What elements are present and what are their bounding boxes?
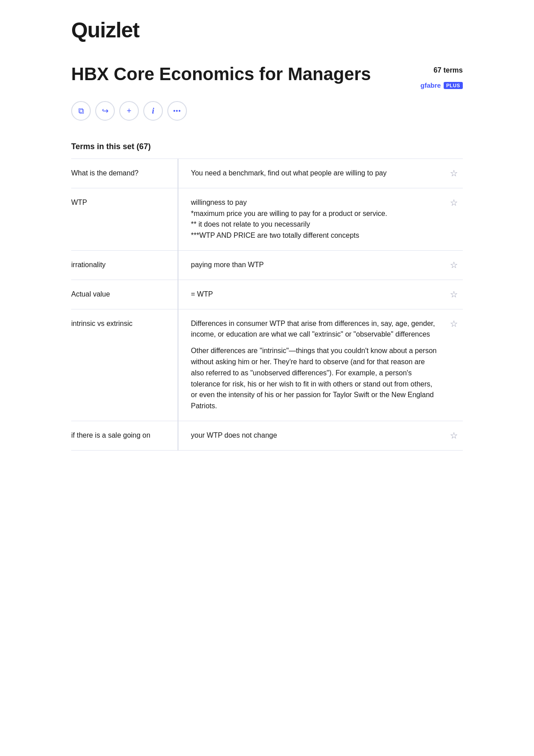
action-buttons: ⧉ ↪ + i ••• xyxy=(71,101,463,121)
term-definition: your WTP does not change xyxy=(178,421,445,450)
term-word: irrationality xyxy=(71,250,178,280)
term-definition: Differences in consumer WTP that arise f… xyxy=(178,309,445,421)
term-word: Actual value xyxy=(71,280,178,309)
star-cell: ☆ xyxy=(445,280,463,309)
author-name[interactable]: gfabre xyxy=(421,81,441,89)
table-row: irrationalitypaying more than WTP☆ xyxy=(71,250,463,280)
table-row: intrinsic vs extrinsicDifferences in con… xyxy=(71,309,463,421)
set-title-block: HBX Core Economics for Managers xyxy=(71,64,392,92)
term-definition: = WTP xyxy=(178,280,445,309)
term-word: intrinsic vs extrinsic xyxy=(71,309,178,421)
star-cell: ☆ xyxy=(445,250,463,280)
share-icon: ↪ xyxy=(102,106,109,116)
table-row: What is the demand?You need a benchmark,… xyxy=(71,159,463,188)
term-word: if there is a sale going on xyxy=(71,421,178,450)
term-word: WTP xyxy=(71,188,178,250)
terms-count: 67 terms xyxy=(433,66,463,74)
terms-table: What is the demand?You need a benchmark,… xyxy=(71,159,463,451)
more-button[interactable]: ••• xyxy=(167,101,187,121)
star-cell: ☆ xyxy=(445,159,463,188)
set-meta: 67 terms gfabre PLUS xyxy=(392,64,463,89)
star-cell: ☆ xyxy=(445,421,463,450)
star-icon[interactable]: ☆ xyxy=(450,260,458,270)
term-definition: paying more than WTP xyxy=(178,250,445,280)
table-row: Actual value= WTP☆ xyxy=(71,280,463,309)
star-icon[interactable]: ☆ xyxy=(450,319,458,329)
star-icon[interactable]: ☆ xyxy=(450,168,458,178)
info-icon: i xyxy=(152,106,154,116)
terms-section: Terms in this set (67) What is the deman… xyxy=(71,142,463,451)
star-cell: ☆ xyxy=(445,309,463,421)
info-button[interactable]: i xyxy=(143,101,163,121)
plus-badge: PLUS xyxy=(444,82,463,89)
add-icon: + xyxy=(127,106,132,116)
author-badge: gfabre PLUS xyxy=(421,81,463,89)
share-button[interactable]: ↪ xyxy=(95,101,115,121)
star-icon[interactable]: ☆ xyxy=(450,198,458,207)
section-title: Terms in this set (67) xyxy=(71,142,463,151)
star-cell: ☆ xyxy=(445,188,463,250)
set-header: HBX Core Economics for Managers 67 terms… xyxy=(71,64,463,92)
table-row: WTPwillingness to pay*maximum price you … xyxy=(71,188,463,250)
term-word: What is the demand? xyxy=(71,159,178,188)
star-icon[interactable]: ☆ xyxy=(450,289,458,299)
star-icon[interactable]: ☆ xyxy=(450,431,458,440)
set-title: HBX Core Economics for Managers xyxy=(71,64,392,84)
table-row: if there is a sale going onyour WTP does… xyxy=(71,421,463,450)
copy-button[interactable]: ⧉ xyxy=(71,101,91,121)
term-definition: You need a benchmark, find out what peop… xyxy=(178,159,445,188)
add-button[interactable]: + xyxy=(119,101,139,121)
term-definition: willingness to pay*maximum price you are… xyxy=(178,188,445,250)
more-icon: ••• xyxy=(173,107,181,114)
copy-icon: ⧉ xyxy=(78,106,84,116)
quizlet-logo: Quizlet xyxy=(71,18,463,42)
